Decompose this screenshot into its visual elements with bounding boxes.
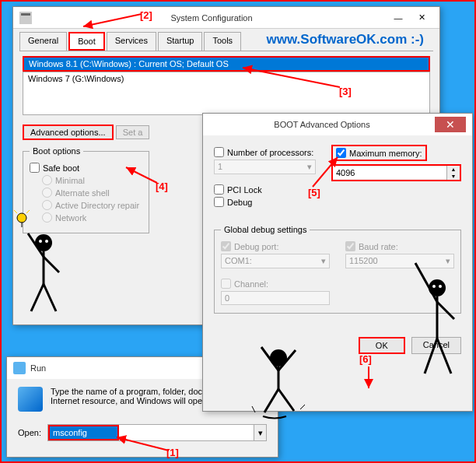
open-label: Open:	[18, 428, 41, 437]
run-icon	[13, 362, 26, 374]
tab-tools[interactable]: Tools	[204, 32, 241, 51]
radio-adrepair-label: Active Directory repair	[55, 201, 139, 210]
max-memory-input[interactable]	[333, 167, 446, 179]
svg-rect-2	[13, 362, 26, 374]
baud-row: Baud rate:	[345, 241, 454, 251]
debug-port-row: Debug port:	[221, 241, 330, 251]
run-input-remainder[interactable]	[119, 425, 254, 440]
run-dropdown-button[interactable]: ▾	[254, 425, 266, 440]
run-input-highlight	[48, 425, 119, 440]
sysconfig-title: System Configuration	[37, 13, 387, 23]
pci-lock-row[interactable]: PCI Lock	[214, 184, 316, 195]
radio-network-label: Network	[55, 213, 86, 223]
pci-lock-label: PCI Lock	[227, 185, 262, 195]
boot-advanced-window: BOOT Advanced Options ✕ Number of proces…	[202, 113, 473, 412]
radio-altshell-label: Alternate shell	[55, 188, 110, 198]
global-debug-legend: Global debug settings	[221, 225, 310, 234]
debug-row[interactable]: Debug	[214, 197, 316, 207]
debug-port-checkbox	[221, 241, 231, 251]
channel-row: Channel:	[221, 279, 330, 289]
radio-altshell	[42, 188, 52, 198]
radio-minimal-row: Minimal	[42, 175, 142, 185]
radio-network-row: Network	[42, 212, 142, 223]
minimize-button[interactable]: —	[387, 10, 410, 26]
channel-label: Channel:	[234, 279, 268, 289]
max-memory-row[interactable]: Maximum memory:	[331, 145, 427, 161]
os-entry-2[interactable]: Windows 7 (G:\Windows)	[28, 74, 425, 83]
safe-boot-label: Safe boot	[43, 163, 79, 173]
num-processors-checkbox[interactable]	[214, 147, 224, 157]
os-list-highlighted: Windows 8.1 (C:\Windows) : Current OS; D…	[23, 56, 430, 72]
os-entry-selected[interactable]: Windows 8.1 (C:\Windows) : Current OS; D…	[24, 58, 429, 70]
channel-checkbox	[221, 279, 231, 289]
pci-lock-checkbox[interactable]	[214, 184, 224, 195]
sysconfig-titlebar[interactable]: System Configuration — ✕	[13, 7, 439, 29]
boot-options-legend: Boot options	[30, 146, 83, 156]
bootadv-close-button[interactable]: ✕	[435, 117, 466, 132]
bootadv-titlebar[interactable]: BOOT Advanced Options ✕	[203, 114, 472, 135]
run-body-icon	[18, 387, 43, 412]
tab-services[interactable]: Services	[107, 32, 156, 51]
safe-boot-checkbox-row[interactable]: Safe boot	[30, 163, 142, 173]
tab-general[interactable]: General	[19, 32, 67, 51]
cancel-button[interactable]: Cancel	[411, 337, 461, 354]
debug-port-select: COM1:▾	[221, 254, 330, 268]
channel-input: 0	[221, 291, 330, 305]
debug-port-label: Debug port:	[234, 242, 278, 251]
max-memory-checkbox[interactable]	[336, 148, 346, 158]
max-memory-input-wrap: ▲▼	[331, 164, 461, 181]
radio-minimal	[42, 175, 52, 185]
max-memory-label: Maximum memory:	[349, 149, 422, 158]
boot-options-group: Boot options Safe boot Minimal Alternate…	[23, 146, 149, 233]
radio-adrepair	[42, 200, 52, 210]
sysconfig-icon	[19, 12, 32, 24]
safe-boot-checkbox[interactable]	[30, 163, 40, 173]
advanced-options-button[interactable]: Advanced options...	[23, 125, 114, 140]
watermark-top: www.SoftwareOK.com :-)	[267, 32, 424, 47]
bootadv-title: BOOT Advanced Options	[209, 120, 435, 129]
debug-checkbox[interactable]	[214, 197, 224, 207]
radio-network	[42, 212, 52, 223]
num-processors-label: Number of processors:	[227, 148, 313, 157]
run-input[interactable]	[50, 426, 117, 439]
baud-select: 115200▾	[345, 254, 454, 268]
radio-minimal-label: Minimal	[55, 176, 85, 185]
tab-startup[interactable]: Startup	[158, 32, 202, 51]
debug-label: Debug	[227, 198, 252, 207]
global-debug-group: Global debug settings Debug port: COM1:▾…	[214, 225, 461, 314]
svg-rect-1	[21, 13, 30, 16]
close-button[interactable]: ✕	[410, 10, 433, 26]
num-processors-select: 1▾	[214, 160, 316, 174]
tab-boot[interactable]: Boot	[68, 32, 105, 51]
baud-label: Baud rate:	[359, 242, 398, 251]
radio-adrepair-row: Active Directory repair	[42, 200, 142, 210]
os-list-rest[interactable]: Windows 7 (G:\Windows)	[23, 72, 430, 115]
max-memory-spinner[interactable]: ▲▼	[446, 166, 460, 180]
baud-checkbox	[345, 241, 355, 251]
ok-button[interactable]: OK	[359, 337, 405, 354]
num-processors-row[interactable]: Number of processors:	[214, 147, 316, 157]
set-default-button[interactable]: Set a	[116, 125, 150, 139]
radio-altshell-row: Alternate shell	[42, 188, 142, 198]
